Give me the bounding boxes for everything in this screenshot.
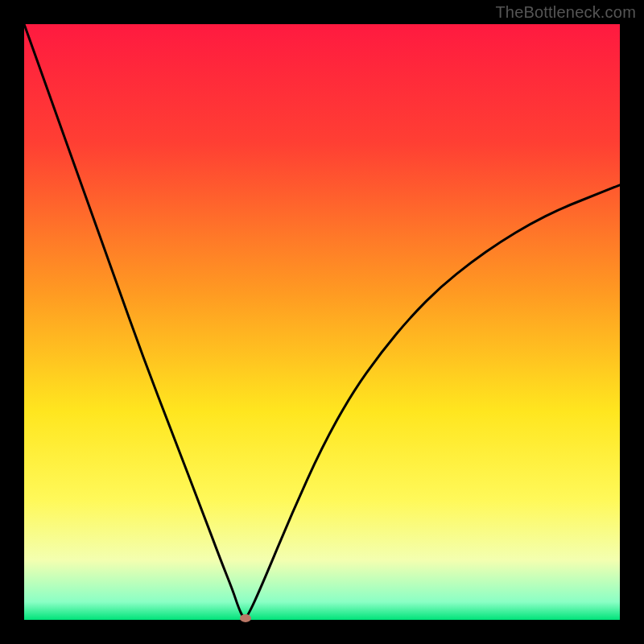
chart-plot-area	[24, 24, 620, 620]
chart-curve-svg	[24, 24, 620, 620]
chart-frame: TheBottleneck.com	[0, 0, 644, 644]
watermark-text: TheBottleneck.com	[495, 3, 636, 22]
bottleneck-curve	[24, 24, 620, 617]
optimal-point-marker	[240, 614, 251, 622]
